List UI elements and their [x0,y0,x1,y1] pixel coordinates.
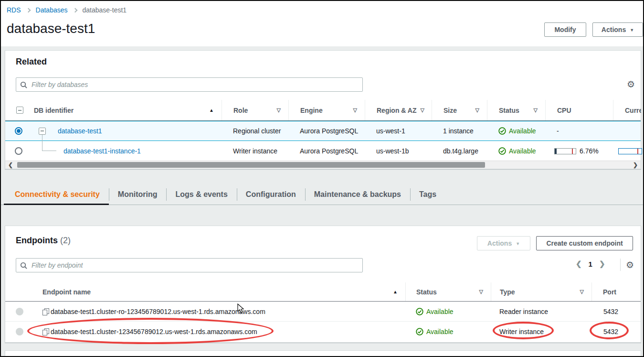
status-label: Available [509,147,536,155]
sort-ascending-icon[interactable]: ▲ [393,289,398,294]
column-filter-icon[interactable]: ▽ [479,289,483,295]
modify-button-label: Modify [554,26,576,33]
check-circle-icon [416,308,423,315]
row-radio-selected[interactable] [15,127,22,135]
horizontal-scrollbar[interactable]: ❮︎ ❯︎ [5,161,641,169]
row-radio-unselected[interactable] [15,147,22,155]
collapse-row-icon[interactable] [39,128,46,135]
table-row-cluster[interactable]: database-test1 Regional cluster Aurora P… [5,121,641,141]
role-cell: Writer instance [233,141,277,161]
region-az-cell: us-west-1b [376,141,409,161]
copy-icon[interactable] [42,308,49,315]
column-label: Endpoint name [42,288,91,296]
status-label: Available [509,127,536,135]
column-header-role[interactable]: Role ▽ [222,100,288,120]
endpoint-filter [16,258,363,272]
column-label: DB identifier [34,107,74,114]
modify-button[interactable]: Modify [544,22,586,37]
endpoints-table-header: Endpoint name ▲ Status ▽ Type ▽ Port [5,282,641,302]
status-badge: Available [498,147,536,155]
actions-dropdown-button[interactable]: Actions ▼ [592,22,643,37]
scroll-left-arrow[interactable]: ❮︎ [5,161,16,169]
column-filter-icon[interactable]: ▽ [534,107,538,113]
endpoint-filter-input[interactable] [31,261,359,270]
previous-page-icon[interactable]: ❮︎ [576,260,582,268]
search-icon [20,81,27,88]
check-circle-icon [498,147,506,155]
table-row-instance[interactable]: database-test1-instance-1 Writer instanc… [5,141,641,161]
pagination: ❮︎ 1 ❯︎ [576,260,605,268]
collapse-all-icon[interactable] [16,107,23,114]
check-circle-icon [416,328,423,335]
column-header-engine[interactable]: Engine ▽ [288,100,365,120]
search-icon [20,262,27,269]
engine-cell: Aurora PostgreSQL [300,141,358,161]
status-label: Available [426,308,454,315]
tab-logs-events[interactable]: Logs & events [166,184,236,205]
related-heading: Related [16,57,47,67]
column-label: Role [233,107,248,114]
column-filter-icon[interactable]: ▽ [475,107,479,113]
chevron-right-icon [73,8,77,12]
column-header-endpoint-name[interactable]: Endpoint name ▲ [5,282,405,301]
db-identifier-link[interactable]: database-test1 [58,127,102,135]
endpoints-panel: Endpoints (2) Actions ▼ Create custom en… [5,226,641,343]
endpoints-settings-gear-icon[interactable]: ⚙ [626,260,634,270]
actions-button-label: Actions [602,26,626,33]
column-label: Status [499,107,519,114]
scrollbar-thumb[interactable] [17,162,485,168]
endpoint-row-writer[interactable]: database-test1.cluster-123456789012.us-w… [5,322,641,342]
row-radio-disabled[interactable] [16,328,23,335]
column-header-current[interactable]: Current [613,100,641,120]
breadcrumb-current: database-test1 [83,6,127,14]
endpoint-row-reader[interactable]: database-test1.cluster-ro-123456789012.u… [5,302,641,322]
column-header-db-identifier[interactable]: DB identifier ▲ [5,100,222,120]
column-label: Port [603,288,616,296]
status-badge: Available [416,328,454,335]
column-header-region-az[interactable]: Region & AZ ▽ [365,100,432,120]
column-header-status[interactable]: Status ▽ [405,282,491,301]
create-custom-endpoint-button[interactable]: Create custom endpoint [536,236,633,250]
tab-configuration[interactable]: Configuration [237,184,305,205]
column-header-type[interactable]: Type ▽ [491,282,591,301]
cpu-cell: 6.76% [554,141,599,161]
tab-monitoring[interactable]: Monitoring [109,184,167,205]
tab-connectivity-security[interactable]: Connectivity & security [6,184,109,205]
related-filter-input[interactable] [31,80,359,89]
endpoints-count: (2) [60,236,71,245]
scroll-right-arrow[interactable]: ❯︎ [630,161,641,169]
column-header-status[interactable]: Status ▽ [487,100,545,120]
breadcrumb: RDS Databases database-test1 [7,6,127,14]
check-circle-icon [498,127,506,135]
column-label: CPU [557,107,571,114]
tab-maintenance-backups[interactable]: Maintenance & backups [305,184,410,205]
db-identifier-link[interactable]: database-test1-instance-1 [63,147,141,155]
related-settings-gear-icon[interactable]: ⚙ [627,80,635,89]
sort-ascending-icon[interactable]: ▲ [209,108,214,113]
rds-console-page: RDS Databases database-test1 database-te… [0,0,644,357]
column-header-cpu[interactable]: CPU [545,100,613,120]
column-filter-icon[interactable]: ▽ [420,107,424,113]
column-filter-icon[interactable]: ▽ [580,289,584,295]
next-page-icon[interactable]: ❯︎ [599,260,605,268]
copy-icon[interactable] [42,328,49,335]
column-header-port[interactable]: Port [591,282,641,301]
row-radio-disabled[interactable] [16,308,23,315]
endpoints-heading: Endpoints (2) [16,236,71,246]
endpoint-name: database-test1.cluster-123456789012.us-w… [51,328,257,335]
column-filter-icon[interactable]: ▽ [277,107,281,113]
breadcrumb-databases[interactable]: Databases [36,6,68,14]
status-badge: Available [498,127,536,135]
breadcrumb-rds[interactable]: RDS [7,6,21,14]
endpoints-actions-button-disabled[interactable]: Actions ▼ [477,236,530,250]
column-filter-icon[interactable]: ▽ [353,107,357,113]
status-label: Available [426,328,454,335]
tab-tags[interactable]: Tags [410,184,445,205]
page-number[interactable]: 1 [589,260,592,268]
column-header-size[interactable]: Size ▽ [432,100,487,120]
endpoint-name: database-test1.cluster-ro-123456789012.u… [51,308,265,315]
create-button-label: Create custom endpoint [546,239,623,247]
endpoint-type-cell: Writer instance [499,322,544,342]
column-label: Status [416,288,437,296]
engine-cell: Aurora PostgreSQL [300,121,358,141]
